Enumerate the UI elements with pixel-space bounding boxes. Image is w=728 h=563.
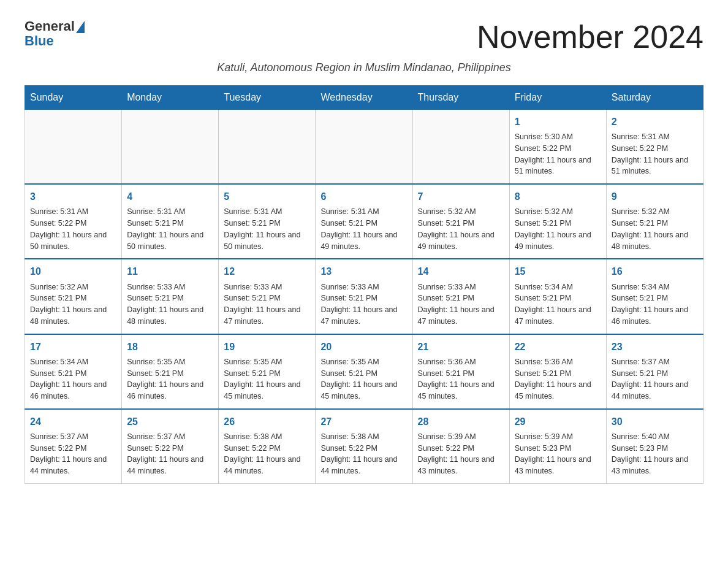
calendar-day-cell: 29Sunrise: 5:39 AM Sunset: 5:23 PM Dayli… [509, 409, 606, 484]
calendar-day-cell: 16Sunrise: 5:34 AM Sunset: 5:21 PM Dayli… [606, 259, 703, 334]
day-info: Sunrise: 5:37 AM Sunset: 5:21 PM Dayligh… [612, 356, 698, 402]
day-info: Sunrise: 5:38 AM Sunset: 5:22 PM Dayligh… [224, 431, 310, 477]
calendar-table: SundayMondayTuesdayWednesdayThursdayFrid… [25, 85, 703, 484]
day-info: Sunrise: 5:33 AM Sunset: 5:21 PM Dayligh… [224, 282, 310, 327]
calendar-week-row: 24Sunrise: 5:37 AM Sunset: 5:22 PM Dayli… [25, 409, 703, 484]
day-info: Sunrise: 5:34 AM Sunset: 5:21 PM Dayligh… [612, 282, 698, 327]
day-number: 29 [515, 415, 601, 429]
day-number: 2 [612, 115, 698, 129]
logo-general-text: General [25, 18, 75, 34]
calendar-week-row: 3Sunrise: 5:31 AM Sunset: 5:22 PM Daylig… [25, 184, 703, 259]
calendar-week-row: 10Sunrise: 5:32 AM Sunset: 5:21 PM Dayli… [25, 259, 703, 334]
day-number: 14 [418, 264, 504, 278]
calendar-day-cell [122, 110, 219, 185]
day-number: 17 [30, 340, 116, 354]
calendar-day-cell: 11Sunrise: 5:33 AM Sunset: 5:21 PM Dayli… [122, 259, 219, 334]
calendar-day-cell: 18Sunrise: 5:35 AM Sunset: 5:21 PM Dayli… [122, 334, 219, 409]
day-number: 19 [224, 340, 310, 354]
calendar-day-cell: 21Sunrise: 5:36 AM Sunset: 5:21 PM Dayli… [412, 334, 509, 409]
calendar-day-cell [25, 110, 122, 185]
calendar-day-cell: 1Sunrise: 5:30 AM Sunset: 5:22 PM Daylig… [509, 110, 606, 185]
day-number: 4 [127, 190, 213, 204]
day-info: Sunrise: 5:31 AM Sunset: 5:21 PM Dayligh… [127, 206, 213, 252]
calendar-day-cell: 30Sunrise: 5:40 AM Sunset: 5:23 PM Dayli… [606, 409, 703, 484]
logo: General Blue [25, 18, 85, 49]
page-header: General Blue November 2024 [25, 18, 703, 55]
calendar-day-cell: 25Sunrise: 5:37 AM Sunset: 5:22 PM Dayli… [122, 409, 219, 484]
day-number: 13 [320, 264, 407, 278]
calendar-week-row: 1Sunrise: 5:30 AM Sunset: 5:22 PM Daylig… [25, 110, 703, 185]
day-number: 24 [30, 415, 116, 429]
day-info: Sunrise: 5:35 AM Sunset: 5:21 PM Dayligh… [320, 356, 407, 402]
day-number: 12 [224, 264, 310, 278]
day-number: 6 [320, 190, 407, 204]
day-number: 15 [515, 264, 601, 278]
calendar-day-cell [316, 110, 412, 185]
day-info: Sunrise: 5:35 AM Sunset: 5:21 PM Dayligh… [127, 356, 213, 402]
weekday-header-sunday: Sunday [25, 86, 122, 110]
calendar-day-cell: 7Sunrise: 5:32 AM Sunset: 5:21 PM Daylig… [412, 184, 509, 259]
day-number: 27 [320, 415, 407, 429]
day-info: Sunrise: 5:32 AM Sunset: 5:21 PM Dayligh… [612, 206, 698, 252]
calendar-day-cell: 2Sunrise: 5:31 AM Sunset: 5:22 PM Daylig… [606, 110, 703, 185]
weekday-header-thursday: Thursday [412, 86, 509, 110]
calendar-day-cell: 23Sunrise: 5:37 AM Sunset: 5:21 PM Dayli… [606, 334, 703, 409]
day-info: Sunrise: 5:36 AM Sunset: 5:21 PM Dayligh… [418, 356, 504, 402]
calendar-day-cell: 27Sunrise: 5:38 AM Sunset: 5:22 PM Dayli… [316, 409, 412, 484]
day-info: Sunrise: 5:36 AM Sunset: 5:21 PM Dayligh… [515, 356, 601, 402]
day-number: 1 [515, 115, 601, 129]
day-info: Sunrise: 5:31 AM Sunset: 5:21 PM Dayligh… [320, 206, 407, 252]
day-number: 20 [320, 340, 407, 354]
day-info: Sunrise: 5:33 AM Sunset: 5:21 PM Dayligh… [320, 282, 407, 327]
calendar-day-cell: 19Sunrise: 5:35 AM Sunset: 5:21 PM Dayli… [219, 334, 316, 409]
day-info: Sunrise: 5:39 AM Sunset: 5:22 PM Dayligh… [418, 431, 504, 477]
day-info: Sunrise: 5:30 AM Sunset: 5:22 PM Dayligh… [515, 131, 601, 177]
calendar-day-cell: 15Sunrise: 5:34 AM Sunset: 5:21 PM Dayli… [509, 259, 606, 334]
day-number: 7 [418, 190, 504, 204]
calendar-day-cell: 6Sunrise: 5:31 AM Sunset: 5:21 PM Daylig… [316, 184, 412, 259]
day-number: 26 [224, 415, 310, 429]
calendar-day-cell: 26Sunrise: 5:38 AM Sunset: 5:22 PM Dayli… [219, 409, 316, 484]
day-info: Sunrise: 5:37 AM Sunset: 5:22 PM Dayligh… [127, 431, 213, 477]
calendar-day-cell [219, 110, 316, 185]
calendar-day-cell: 24Sunrise: 5:37 AM Sunset: 5:22 PM Dayli… [25, 409, 122, 484]
day-number: 8 [515, 190, 601, 204]
day-info: Sunrise: 5:32 AM Sunset: 5:21 PM Dayligh… [418, 206, 504, 252]
calendar-day-cell: 17Sunrise: 5:34 AM Sunset: 5:21 PM Dayli… [25, 334, 122, 409]
calendar-day-cell: 9Sunrise: 5:32 AM Sunset: 5:21 PM Daylig… [606, 184, 703, 259]
day-info: Sunrise: 5:31 AM Sunset: 5:22 PM Dayligh… [612, 131, 698, 177]
day-number: 22 [515, 340, 601, 354]
calendar-day-cell: 12Sunrise: 5:33 AM Sunset: 5:21 PM Dayli… [219, 259, 316, 334]
month-title: November 2024 [477, 18, 703, 55]
day-number: 25 [127, 415, 213, 429]
day-number: 3 [30, 190, 116, 204]
calendar-week-row: 17Sunrise: 5:34 AM Sunset: 5:21 PM Dayli… [25, 334, 703, 409]
day-number: 11 [127, 264, 213, 278]
day-number: 5 [224, 190, 310, 204]
weekday-header-tuesday: Tuesday [219, 86, 316, 110]
day-info: Sunrise: 5:38 AM Sunset: 5:22 PM Dayligh… [320, 431, 407, 477]
calendar-day-cell: 22Sunrise: 5:36 AM Sunset: 5:21 PM Dayli… [509, 334, 606, 409]
day-number: 21 [418, 340, 504, 354]
day-number: 30 [612, 415, 698, 429]
day-info: Sunrise: 5:35 AM Sunset: 5:21 PM Dayligh… [224, 356, 310, 402]
calendar-day-cell: 20Sunrise: 5:35 AM Sunset: 5:21 PM Dayli… [316, 334, 412, 409]
calendar-day-cell: 13Sunrise: 5:33 AM Sunset: 5:21 PM Dayli… [316, 259, 412, 334]
day-info: Sunrise: 5:33 AM Sunset: 5:21 PM Dayligh… [418, 282, 504, 327]
location-subtitle: Katuli, Autonomous Region in Muslim Mind… [25, 61, 703, 74]
day-info: Sunrise: 5:31 AM Sunset: 5:22 PM Dayligh… [30, 206, 116, 252]
day-info: Sunrise: 5:31 AM Sunset: 5:21 PM Dayligh… [224, 206, 310, 252]
day-number: 18 [127, 340, 213, 354]
day-info: Sunrise: 5:32 AM Sunset: 5:21 PM Dayligh… [515, 206, 601, 252]
day-info: Sunrise: 5:33 AM Sunset: 5:21 PM Dayligh… [127, 282, 213, 327]
weekday-header-wednesday: Wednesday [316, 86, 412, 110]
day-info: Sunrise: 5:39 AM Sunset: 5:23 PM Dayligh… [515, 431, 601, 477]
day-number: 16 [612, 264, 698, 278]
day-info: Sunrise: 5:34 AM Sunset: 5:21 PM Dayligh… [515, 282, 601, 327]
day-info: Sunrise: 5:37 AM Sunset: 5:22 PM Dayligh… [30, 431, 116, 477]
day-info: Sunrise: 5:32 AM Sunset: 5:21 PM Dayligh… [30, 282, 116, 327]
calendar-day-cell: 10Sunrise: 5:32 AM Sunset: 5:21 PM Dayli… [25, 259, 122, 334]
calendar-day-cell: 14Sunrise: 5:33 AM Sunset: 5:21 PM Dayli… [412, 259, 509, 334]
day-number: 28 [418, 415, 504, 429]
weekday-header-monday: Monday [122, 86, 219, 110]
